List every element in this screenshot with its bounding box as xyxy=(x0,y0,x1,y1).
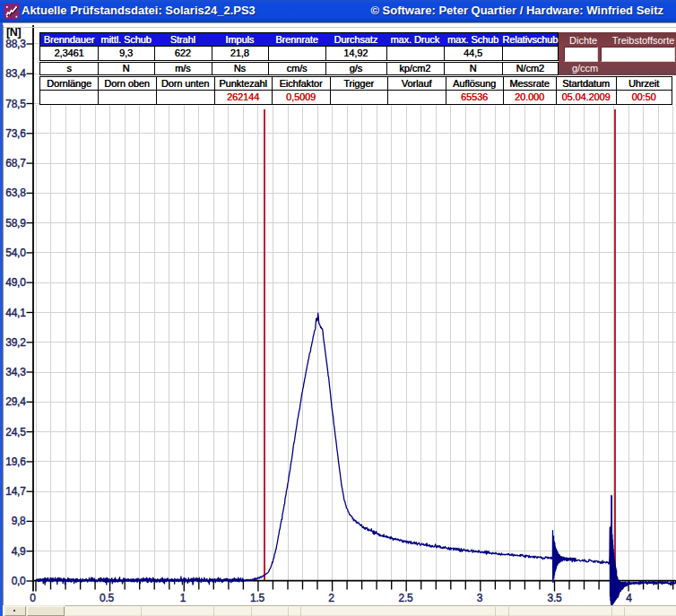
svg-text:1.5: 1.5 xyxy=(250,592,264,604)
svg-text:34,3: 34,3 xyxy=(5,366,26,378)
svg-text:0: 0 xyxy=(30,592,36,604)
svg-text:58,9: 58,9 xyxy=(5,217,26,230)
svg-text:88,3: 88,3 xyxy=(5,38,26,50)
svg-text:54,0: 54,0 xyxy=(5,247,26,259)
svg-text:1: 1 xyxy=(180,592,186,604)
svg-text:39,2: 39,2 xyxy=(5,336,26,349)
svg-text:19,6: 19,6 xyxy=(5,455,26,468)
svg-text:2: 2 xyxy=(328,592,334,604)
svg-text:49,0: 49,0 xyxy=(5,276,26,289)
svg-text:63,8: 63,8 xyxy=(5,187,26,199)
svg-text:44,1: 44,1 xyxy=(5,307,26,319)
svg-text:24,5: 24,5 xyxy=(5,426,26,438)
svg-text:4: 4 xyxy=(626,592,632,604)
svg-text:3: 3 xyxy=(477,592,483,604)
svg-text:9,8: 9,8 xyxy=(12,515,26,527)
svg-text:0,0: 0,0 xyxy=(12,575,26,587)
svg-text:3.5: 3.5 xyxy=(548,592,562,604)
svg-text:14,7: 14,7 xyxy=(5,485,26,498)
svg-text:73,6: 73,6 xyxy=(5,127,26,140)
svg-text:29,4: 29,4 xyxy=(5,395,26,408)
svg-text:4,9: 4,9 xyxy=(12,545,26,558)
svg-text:78,5: 78,5 xyxy=(5,98,26,110)
svg-text:2.5: 2.5 xyxy=(399,592,413,604)
svg-text:68,7: 68,7 xyxy=(5,157,26,169)
svg-text:83,4: 83,4 xyxy=(5,67,26,80)
svg-text:0.5: 0.5 xyxy=(100,592,114,604)
